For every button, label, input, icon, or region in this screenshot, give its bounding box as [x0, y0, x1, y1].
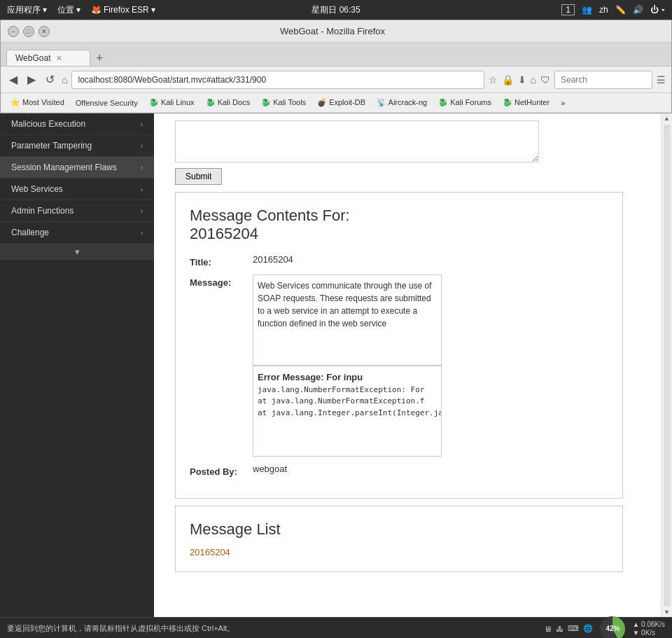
chevron-icon: › — [141, 207, 143, 215]
posted-by-label: Posted By: — [190, 466, 246, 477]
active-tab[interactable]: WebGoat ✕ — [6, 50, 90, 66]
content-inner: Submit Message Contents For: 20165204 Ti… — [154, 113, 644, 593]
browser-titlebar: – □ ✕ WebGoat - Mozilla Firefox — [1, 20, 671, 43]
bookmark-kali-tools[interactable]: 🐉 Kali Tools — [257, 97, 310, 109]
bookmark-kali-linux[interactable]: 🐉 Kali Linux — [145, 97, 199, 109]
message-contents-section: Message Contents For: 20165204 Title: 20… — [175, 192, 623, 499]
sidebar-scroll-down[interactable]: ▾ — [0, 244, 154, 260]
minimize-button[interactable]: – — [8, 26, 19, 37]
refresh-button[interactable]: ↺ — [43, 71, 57, 88]
app-menu[interactable]: 应用程序 ▾ — [7, 4, 47, 16]
shield-icon: 🛡 — [540, 74, 550, 85]
download-icon[interactable]: ⬇ — [518, 74, 526, 85]
maximize-button[interactable]: □ — [23, 26, 34, 37]
os-topbar: 应用程序 ▾ 位置 ▾ 🦊 Firefox ESR ▾ 星期日 06:35 1 … — [0, 0, 672, 20]
error-stack-2: at java.lang.NumberFormatException.f — [258, 396, 437, 408]
error-stack-1: java.lang.NumberFormatException: For — [258, 384, 437, 396]
power-icon[interactable]: ⏻ ▾ — [650, 5, 665, 15]
sidebar: Malicious Execution › Parameter Tamperin… — [0, 113, 154, 617]
volume-icon: 🔊 — [633, 5, 643, 15]
message-field-row: Message: Web Services communicate throug… — [190, 275, 608, 457]
right-scrollbar[interactable]: ▲ ▼ — [661, 113, 672, 617]
error-message-textbox[interactable]: Error Message: For inpu java.lang.Number… — [253, 366, 442, 457]
bookmark-nethunter[interactable]: 🐉 NetHunter — [498, 97, 554, 109]
status-icons: 🖥 🖧 ⌨ 🌐 — [544, 624, 593, 633]
browser-title: WebGoat - Mozilla Firefox — [50, 26, 615, 36]
browser-window: – □ ✕ WebGoat - Mozilla Firefox WebGoat … — [0, 20, 672, 113]
chevron-icon: › — [141, 120, 143, 128]
error-message-bold: Error Message: For inpu — [258, 370, 437, 384]
content-area[interactable]: Submit Message Contents For: 20165204 Ti… — [154, 113, 661, 617]
globe-icon: 🌐 — [583, 624, 593, 633]
battery-indicator: 42% — [600, 616, 625, 639]
bookmark-aircrack[interactable]: 📡 Aircrack-ng — [372, 97, 431, 109]
window-controls: – □ ✕ — [8, 26, 50, 37]
network-speed: ▲ 0.06K/s ▼ 0K/s — [632, 620, 665, 637]
chevron-icon: › — [141, 229, 143, 237]
close-button[interactable]: ✕ — [38, 26, 50, 37]
pen-icon: ✏️ — [615, 5, 626, 15]
forward-button[interactable]: ▶ — [24, 71, 38, 88]
submit-button[interactable]: Submit — [175, 168, 222, 185]
workspace-indicator: 1 — [561, 4, 575, 15]
title-field-row: Title: 20165204 — [190, 254, 608, 268]
sidebar-item-session-management[interactable]: Session Management Flaws › — [0, 157, 154, 179]
posted-by-row: Posted By: webgoat — [190, 464, 608, 477]
monitor-icon: 🖥 — [544, 625, 552, 633]
home-icon: ⌂ — [62, 74, 67, 85]
bookmark-kali-forums[interactable]: 🐉 Kali Forums — [434, 97, 496, 109]
users-icon: 👥 — [582, 5, 592, 15]
location-menu[interactable]: 位置 ▾ — [57, 4, 80, 16]
chevron-icon: › — [141, 164, 143, 172]
hint-text: 要返回到您的计算机，请将鼠标指针从虚拟机中移出或按 Ctrl+Alt。 — [7, 623, 234, 634]
bookmark-most-visited[interactable]: ⭐ Most Visited — [6, 97, 69, 109]
error-stack-3: at java.lang.Integer.parseInt(Integer.ja — [258, 408, 437, 419]
sidebar-item-challenge[interactable]: Challenge › — [0, 222, 154, 244]
bookmarks-bar: ⭐ Most Visited Offensive Security 🐉 Kali… — [1, 93, 671, 113]
bookmark-offensive-security[interactable]: Offensive Security — [71, 97, 142, 109]
os-topbar-left: 应用程序 ▾ 位置 ▾ 🦊 Firefox ESR ▾ — [7, 4, 155, 16]
tab-bar: WebGoat ✕ + — [1, 43, 671, 67]
lock-icon: 🔒 — [502, 74, 514, 85]
address-bar: ◀ ▶ ↺ ⌂ ☆ 🔒 ⬇ ⌂ 🛡 ☰ — [1, 67, 671, 93]
os-topbar-right: 1 👥 zh ✏️ 🔊 ⏻ ▾ — [561, 4, 665, 15]
posted-by-value: webgoat — [253, 464, 287, 474]
sidebar-item-malicious-execution[interactable]: Malicious Execution › — [0, 113, 154, 135]
bookmark-kali-docs[interactable]: 🐉 Kali Docs — [202, 97, 255, 109]
bookmark-icon[interactable]: ☆ — [489, 74, 498, 85]
keyboard-icon: ⌨ — [568, 624, 579, 633]
home2-icon[interactable]: ⌂ — [531, 74, 536, 85]
tab-close-button[interactable]: ✕ — [56, 54, 62, 63]
message-contents-heading: Message Contents For: 20165204 — [190, 207, 608, 243]
message-list-heading: Message List — [190, 520, 608, 539]
message-list-section: Message List 20165204 — [175, 506, 623, 572]
address-input[interactable] — [71, 71, 484, 89]
tab-label: WebGoat — [15, 53, 50, 63]
chevron-icon: › — [141, 186, 143, 193]
message-list-link[interactable]: 20165204 — [190, 547, 230, 557]
status-bar: 要返回到您的计算机，请将鼠标指针从虚拟机中移出或按 Ctrl+Alt。 🖥 🖧 … — [0, 617, 672, 638]
message-content-textbox[interactable]: Web Services communicate through the use… — [253, 275, 442, 366]
os-datetime: 星期日 06:35 — [312, 4, 360, 16]
bookmark-exploit-db[interactable]: 💣 Exploit-DB — [313, 97, 370, 109]
sidebar-item-admin-functions[interactable]: Admin Functions › — [0, 200, 154, 222]
bookmark-more[interactable]: » — [556, 97, 569, 109]
back-button[interactable]: ◀ — [6, 71, 20, 88]
firefox-menu[interactable]: 🦊 Firefox ESR ▾ — [91, 5, 155, 15]
title-label: Title: — [190, 257, 246, 268]
search-input[interactable] — [554, 71, 652, 89]
lang-selector[interactable]: zh — [599, 5, 608, 15]
menu-icon[interactable]: ☰ — [657, 74, 666, 85]
network-icon: 🖧 — [556, 625, 564, 633]
status-bar-right: 🖥 🖧 ⌨ 🌐 42% ▲ 0.06K/s ▼ 0K/s — [544, 616, 665, 639]
title-value: 20165204 — [253, 254, 293, 265]
message-label: Message: — [190, 277, 246, 288]
scroll-up-arrow[interactable]: ▲ — [662, 113, 672, 123]
new-tab-button[interactable]: + — [90, 51, 109, 66]
chevron-icon: › — [141, 142, 143, 150]
top-message-textarea[interactable] — [175, 120, 539, 162]
sidebar-item-parameter-tampering[interactable]: Parameter Tampering › — [0, 135, 154, 157]
main-area: Malicious Execution › Parameter Tamperin… — [0, 113, 672, 617]
sidebar-item-web-services[interactable]: Web Services › — [0, 179, 154, 200]
